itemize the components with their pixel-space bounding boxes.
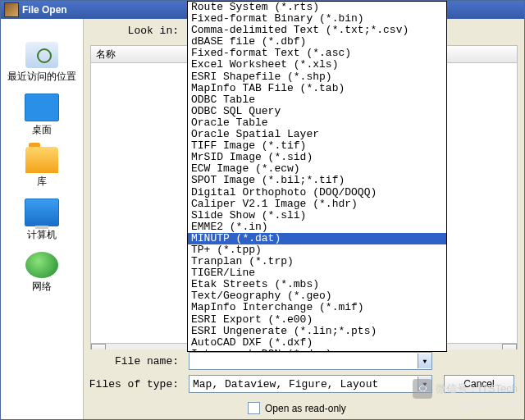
filetype-option[interactable]: MapInfo Interchange (*.mif) [188,302,446,313]
filetype-dropdown-list[interactable]: Route System (*.rts)Fixed-format Binary … [187,1,447,352]
filetype-label: Files of type: [89,378,184,390]
filetype-option[interactable]: Etak Streets (*.mbs) [188,279,446,290]
desktop-icon [25,94,59,121]
filetype-option[interactable]: ODBC Table [188,94,446,106]
place-desktop[interactable]: 桌面 [5,91,79,139]
filetype-option[interactable]: Excel Worksheet (*.xls) [188,59,446,71]
place-label: 网络 [32,280,52,294]
filetype-option[interactable]: dBASE file (*.dbf) [188,36,446,48]
filetype-option[interactable]: ESRI Export (*.e00) [188,314,446,326]
filetype-value: Map, Dataview, Figure, Layout [189,378,418,390]
filetype-option[interactable]: Comma-delimited Text (*.txt;*.csv) [188,25,446,36]
wechat-icon: ၀ [413,379,432,399]
filetype-option[interactable]: SPOT Image (*.bil;*.tif) [188,175,446,186]
filetype-option[interactable]: Route System (*.rts) [188,2,446,13]
places-bar: 最近访问的位置 桌面 库 计算机 网络 [1,19,84,419]
place-recent[interactable]: 最近访问的位置 [5,39,79,86]
filetype-option[interactable]: Caliper V2.1 Image (*.hdr) [188,199,446,210]
library-icon [25,147,58,173]
place-label: 库 [37,175,47,189]
filetype-option[interactable]: Oracle Table [188,117,446,129]
filetype-option[interactable]: Fixed-format Text (*.asc) [188,48,446,59]
place-computer[interactable]: 计算机 [5,196,79,244]
filetype-option[interactable]: MrSID Image (*.sid) [188,152,446,163]
computer-icon [25,199,59,226]
filetype-option[interactable]: MINUTP (*.dat) [188,233,446,244]
network-icon [25,252,58,278]
filename-input[interactable]: ▼ [189,352,432,370]
filetype-option[interactable]: ECW Image (*.ecw) [188,163,446,175]
place-label: 最近访问的位置 [7,70,76,84]
filetype-option[interactable]: AutoCAD DXF (*.dxf) [188,337,446,349]
filetype-option[interactable]: TIFF Image (*.tif) [188,140,446,152]
filetype-option[interactable]: ESRI Ungenerate (*.lin;*.pts) [188,326,446,337]
filetype-option[interactable]: ODBC SQL Query [188,106,446,117]
watermark: ၀微信号：ITSTech @51CTO博客 [413,379,518,411]
place-label: 桌面 [32,123,52,137]
filetype-option[interactable]: ESRI Shapefile (*.shp) [188,71,446,83]
file-open-dialog: File Open 最近访问的位置 桌面 库 计算机 网络 [0,0,525,420]
filetype-option[interactable]: Fixed-format Binary (*.bin) [188,13,446,25]
column-name: 名称 [96,48,116,62]
place-network[interactable]: 网络 [5,249,79,296]
filetype-option[interactable]: TP+ (*.tpp) [188,244,446,256]
readonly-checkbox[interactable] [248,402,260,414]
filename-label: File name: [89,355,184,368]
app-icon [4,2,19,17]
window-title: File Open [22,4,67,16]
filetype-option[interactable]: Tranplan (*.trp) [188,256,446,267]
filetype-combo[interactable]: Map, Dataview, Figure, Layout ▼ [189,375,432,393]
chevron-down-icon[interactable]: ▼ [418,354,431,368]
filetype-option[interactable]: Text/Geography (*.geo) [188,290,446,302]
filetype-option[interactable]: EMME2 (*.in) [188,221,446,233]
place-library[interactable]: 库 [5,144,79,191]
filetype-option[interactable]: Oracle Spatial Layer [188,129,446,140]
place-label: 计算机 [27,228,57,242]
filetype-option[interactable]: Digital Orthophoto (DOQ/DOQQ) [188,187,446,199]
filetype-option[interactable]: Slide Show (*.sli) [188,210,446,221]
filetype-option[interactable]: Intergraph DGN (*.dgn) [188,349,446,352]
lookin-label: Look in: [89,25,184,37]
readonly-label: Open as read-only [265,403,346,414]
filetype-option[interactable]: TIGER/Line [188,267,446,279]
filetype-option[interactable]: MapInfo TAB File (*.tab) [188,83,446,94]
recent-icon [25,42,58,68]
